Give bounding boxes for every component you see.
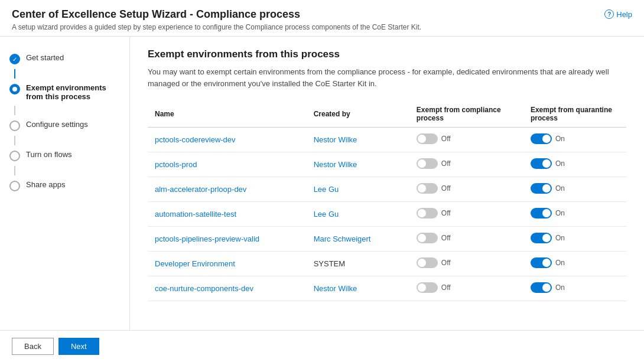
created-by-cell: Nestor Wilke [307, 152, 409, 177]
quarantine-toggle-track[interactable] [531, 158, 552, 169]
quarantine-toggle[interactable]: On [531, 183, 565, 194]
environments-table: Name Created by Exempt from compliance p… [148, 101, 626, 301]
quarantine-toggle-cell: On [523, 152, 626, 177]
env-name-link[interactable]: alm-accelerator-prloop-dev [155, 185, 246, 194]
col-header-created-by: Created by [307, 101, 409, 128]
quarantine-toggle-track[interactable] [531, 282, 552, 293]
quarantine-toggle-label: On [555, 209, 565, 217]
quarantine-toggle-label: On [555, 259, 565, 267]
quarantine-toggle-thumb [542, 283, 551, 292]
compliance-toggle-track[interactable] [417, 183, 438, 194]
quarantine-toggle-track[interactable] [531, 208, 552, 218]
compliance-toggle-track[interactable] [417, 158, 438, 169]
compliance-toggle[interactable]: Off [417, 183, 451, 194]
quarantine-toggle-label: On [555, 135, 565, 143]
quarantine-toggle-thumb [542, 159, 551, 168]
compliance-toggle-thumb [418, 135, 426, 143]
quarantine-toggle[interactable]: On [531, 158, 565, 169]
sidebar-label-get-started: Get started [26, 53, 64, 62]
env-name-link[interactable]: Developer Environment [155, 259, 235, 268]
compliance-toggle[interactable]: Off [417, 233, 451, 243]
compliance-toggle[interactable]: Off [417, 282, 451, 293]
compliance-toggle[interactable]: Off [417, 257, 451, 268]
env-name-link[interactable]: pctools-codereview-dev [155, 135, 236, 144]
quarantine-toggle-track[interactable] [531, 133, 552, 144]
quarantine-toggle-track[interactable] [531, 233, 552, 243]
sidebar-label-exempt: Exempt environments from this process [26, 83, 120, 101]
quarantine-toggle[interactable]: On [531, 133, 565, 144]
compliance-toggle-track[interactable] [417, 233, 438, 243]
created-by-cell: Lee Gu [307, 202, 409, 227]
quarantine-toggle[interactable]: On [531, 233, 565, 243]
quarantine-toggle-label: On [555, 234, 565, 242]
help-icon: ? [604, 9, 614, 19]
compliance-toggle[interactable]: Off [417, 133, 451, 144]
compliance-toggle-thumb [418, 209, 426, 217]
table-row: pctools-prodNestor Wilke Off On [148, 152, 626, 177]
compliance-toggle-track[interactable] [417, 208, 438, 218]
step-circle-configure [9, 120, 20, 131]
compliance-toggle-thumb [418, 234, 426, 242]
table-row: coe-nurture-components-devNestor Wilke O… [148, 276, 626, 301]
sidebar-item-get-started[interactable]: ✓ Get started [0, 48, 129, 69]
table-row: alm-accelerator-prloop-devLee Gu Off On [148, 177, 626, 202]
quarantine-toggle-label: On [555, 159, 565, 168]
quarantine-toggle-label: On [555, 283, 565, 292]
env-name-link[interactable]: pctools-prod [155, 160, 197, 169]
compliance-toggle-track[interactable] [417, 257, 438, 268]
compliance-toggle-label: Off [441, 184, 451, 193]
quarantine-toggle-cell: On [523, 177, 626, 202]
sidebar-item-share-apps[interactable]: Share apps [0, 175, 129, 196]
compliance-toggle-label: Off [441, 209, 451, 217]
compliance-toggle[interactable]: Off [417, 208, 451, 218]
sidebar-label-flows: Turn on flows [26, 150, 72, 159]
quarantine-toggle-cell: On [523, 227, 626, 252]
page-title: Center of Excellence Setup Wizard - Comp… [12, 8, 632, 21]
quarantine-toggle-thumb [542, 234, 551, 242]
compliance-toggle-cell: Off [409, 202, 523, 227]
compliance-toggle-cell: Off [409, 252, 523, 276]
env-name-link[interactable]: pctools-pipelines-preview-valid [155, 234, 259, 243]
next-button[interactable]: Next [58, 338, 99, 355]
sidebar-item-turn-on-flows[interactable]: Turn on flows [0, 145, 129, 166]
compliance-toggle-label: Off [441, 259, 451, 267]
step-connector-3 [14, 136, 15, 145]
quarantine-toggle[interactable]: On [531, 257, 565, 268]
table-row: pctools-pipelines-preview-validMarc Schw… [148, 227, 626, 252]
compliance-toggle[interactable]: Off [417, 158, 451, 169]
quarantine-toggle[interactable]: On [531, 282, 565, 293]
quarantine-toggle-track[interactable] [531, 257, 552, 268]
content-area: Exempt environments from this process Yo… [130, 37, 644, 357]
compliance-toggle-track[interactable] [417, 282, 438, 293]
compliance-toggle-thumb [418, 184, 426, 193]
step-connector-1 [14, 69, 15, 79]
compliance-toggle-label: Off [441, 159, 451, 168]
created-by-cell: Marc Schweigert [307, 227, 409, 252]
step-circle-share [9, 181, 20, 191]
footer: Back Next [0, 330, 644, 362]
compliance-toggle-label: Off [441, 234, 451, 242]
sidebar-item-exempt-environments[interactable]: Exempt environments from this process [0, 79, 129, 106]
quarantine-toggle-cell: On [523, 128, 626, 152]
col-header-compliance: Exempt from compliance process [409, 101, 523, 128]
help-button[interactable]: ? Help [604, 9, 632, 19]
env-name-link[interactable]: coe-nurture-components-dev [155, 284, 253, 293]
quarantine-toggle-track[interactable] [531, 183, 552, 194]
compliance-toggle-thumb [418, 159, 426, 168]
step-circle-flows [9, 151, 20, 161]
env-name-link[interactable]: automation-satellite-test [155, 210, 236, 218]
col-header-name: Name [148, 101, 307, 128]
sidebar-label-share: Share apps [26, 180, 66, 189]
step-circle-exempt [9, 84, 20, 94]
quarantine-toggle-cell: On [523, 202, 626, 227]
compliance-toggle-label: Off [441, 283, 451, 292]
quarantine-toggle-label: On [555, 184, 565, 193]
table-row: automation-satellite-testLee Gu Off On [148, 202, 626, 227]
back-button[interactable]: Back [12, 338, 54, 355]
compliance-toggle-thumb [418, 259, 426, 267]
active-dot [12, 87, 17, 92]
quarantine-toggle-cell: On [523, 276, 626, 301]
sidebar-item-configure-settings[interactable]: Configure settings [0, 115, 129, 136]
quarantine-toggle[interactable]: On [531, 208, 565, 218]
compliance-toggle-track[interactable] [417, 133, 438, 144]
